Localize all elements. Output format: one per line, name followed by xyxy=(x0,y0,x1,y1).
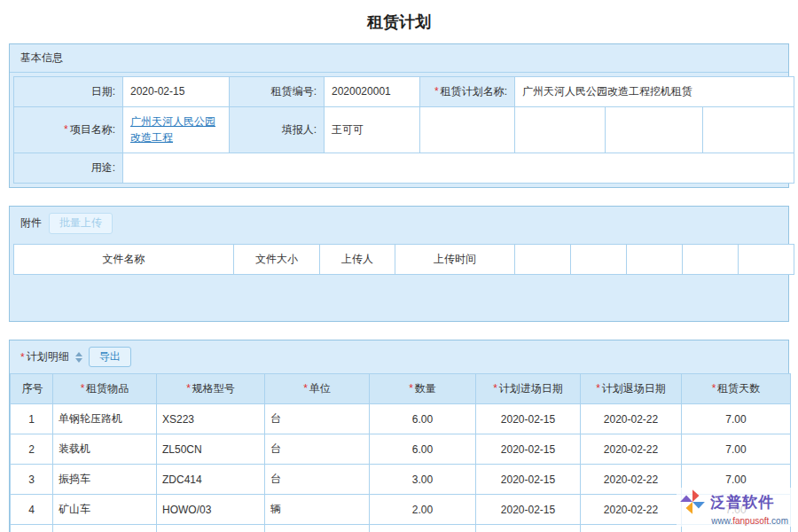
batch-upload-button[interactable]: 批量上传 xyxy=(49,213,113,234)
plan-details-body: 1 单钢轮压路机 XS223 台 6.00 2020-02-15 2020-02… xyxy=(11,404,791,532)
cell-item: 装载机 xyxy=(53,434,157,465)
basic-info-header: 基本信息 xyxy=(10,44,788,73)
cell-seq: 3 xyxy=(11,465,53,495)
attachments-section: 附件 批量上传 文件名称 文件大小 上传人 上传时间 xyxy=(9,206,789,322)
required-mark: * xyxy=(81,382,85,395)
cell-quantity: 6.00 xyxy=(370,404,476,434)
table-row[interactable]: 1 单钢轮压路机 XS223 台 6.00 2020-02-15 2020-02… xyxy=(11,404,791,434)
detail-col-model: *规格型号 xyxy=(157,374,265,404)
required-mark: * xyxy=(186,382,191,395)
required-mark: * xyxy=(20,351,25,364)
required-mark: * xyxy=(303,382,308,395)
page: 租赁计划 基本信息 日期: 2020-02-15 租赁编号: 202002000… xyxy=(0,0,798,532)
attachment-col-uploadtime: 上传时间 xyxy=(395,244,515,274)
detail-col-unit: *单位 xyxy=(265,374,370,404)
page-title: 租赁计划 xyxy=(0,0,798,43)
required-mark: * xyxy=(409,382,413,395)
plan-name-label-text: 租赁计划名称: xyxy=(441,85,507,98)
reporter-label: 填报人: xyxy=(230,107,325,153)
plan-details-section: * 计划明细 导出 序号 *租赁物品 *规格型号 *单位 *数量 *计划进场日期… xyxy=(9,340,789,532)
detail-col-quantity: *数量 xyxy=(370,374,476,404)
purpose-value xyxy=(123,153,794,184)
attachments-title: 附件 xyxy=(20,215,42,231)
cell-quantity: 3.00 xyxy=(370,465,476,495)
project-value-cell: 广州天河人民公园改造工程 xyxy=(123,107,230,153)
cell-seq: 1 xyxy=(11,404,53,434)
date-label-text: 日期: xyxy=(91,85,115,98)
project-label-text: 项目名称: xyxy=(70,123,115,136)
cell-item: 空压机 xyxy=(53,525,157,532)
empty-cell xyxy=(606,107,703,153)
attachment-col-uploader: 上传人 xyxy=(320,244,395,274)
cell-model: HOWO/03 xyxy=(157,495,265,525)
required-mark: * xyxy=(434,85,439,98)
table-row[interactable]: 5 空压机 12立方 台 3.00 2020-02-15 2020-02-22 … xyxy=(11,525,791,532)
plan-details-title: 计划明细 xyxy=(27,349,69,364)
cell-exit-date: 2020-02-22 xyxy=(581,495,682,525)
cell-seq: 2 xyxy=(11,434,53,465)
cell-item: 振捣车 xyxy=(53,465,157,495)
cell-entry-date: 2020-02-15 xyxy=(476,434,581,465)
reporter-label-text: 填报人: xyxy=(282,123,317,136)
plan-details-table: 序号 *租赁物品 *规格型号 *单位 *数量 *计划进场日期 *计划退场日期 *… xyxy=(10,373,791,532)
cell-model: 12立方 xyxy=(157,525,265,532)
required-mark: * xyxy=(712,382,716,395)
cell-model: XS223 xyxy=(157,404,265,434)
cell-entry-date: 2020-02-15 xyxy=(476,465,581,495)
attachments-header: 附件 批量上传 xyxy=(10,207,788,240)
watermark-url: www.fanpusoft.com xyxy=(679,516,788,526)
basic-info-title: 基本信息 xyxy=(20,51,63,66)
attachments-empty-area xyxy=(10,278,788,321)
cell-unit: 台 xyxy=(265,465,370,495)
cell-item: 矿山车 xyxy=(53,495,157,525)
cell-exit-date: 2020-02-22 xyxy=(581,404,682,434)
empty-cell xyxy=(515,107,606,153)
table-row[interactable]: 4 矿山车 HOWO/03 辆 2.00 2020-02-15 2020-02-… xyxy=(11,495,791,525)
attachment-col-empty xyxy=(627,244,683,274)
cell-unit: 台 xyxy=(265,434,370,465)
cell-model: ZDC414 xyxy=(157,465,265,495)
cell-item: 单钢轮压路机 xyxy=(53,404,157,434)
cell-exit-date: 2020-02-22 xyxy=(581,434,682,465)
detail-col-exit-date: *计划退场日期 xyxy=(581,374,682,404)
plan-name-label: *租赁计划名称: xyxy=(420,77,515,107)
plan-details-header-row: 序号 *租赁物品 *规格型号 *单位 *数量 *计划进场日期 *计划退场日期 *… xyxy=(11,374,791,404)
fanpu-logo-icon xyxy=(679,489,706,515)
rental-no-value: 2020020001 xyxy=(325,77,420,107)
purpose-label: 用途: xyxy=(14,153,123,184)
table-row[interactable]: 3 振捣车 ZDC414 台 3.00 2020-02-15 2020-02-2… xyxy=(11,465,791,495)
attachment-col-filesize: 文件大小 xyxy=(234,244,320,274)
empty-cell xyxy=(703,107,794,153)
attachment-col-empty xyxy=(515,244,571,274)
plan-name-value: 广州天河人民公园改造工程挖机租赁 xyxy=(515,77,794,107)
attachments-table: 文件名称 文件大小 上传人 上传时间 xyxy=(13,244,794,275)
cell-seq: 5 xyxy=(11,525,53,532)
sort-icon[interactable] xyxy=(75,352,82,363)
attachment-col-empty xyxy=(571,244,627,274)
date-value: 2020-02-15 xyxy=(123,77,230,107)
cell-model: ZL50CN xyxy=(157,434,265,465)
project-link[interactable]: 广州天河人民公园改造工程 xyxy=(130,115,215,143)
cell-quantity: 3.00 xyxy=(370,525,476,532)
date-label: 日期: xyxy=(14,77,123,107)
basic-info-row-3: 用途: xyxy=(14,153,794,184)
empty-cell xyxy=(420,107,515,153)
required-mark: * xyxy=(493,382,497,395)
cell-unit: 台 xyxy=(265,404,370,434)
cell-quantity: 2.00 xyxy=(370,495,476,525)
detail-col-item: *租赁物品 xyxy=(53,374,157,404)
basic-info-row-2: *项目名称: 广州天河人民公园改造工程 填报人: 王可可 xyxy=(14,107,794,153)
cell-days: 7.00 xyxy=(682,404,791,434)
table-row[interactable]: 2 装载机 ZL50CN 台 6.00 2020-02-15 2020-02-2… xyxy=(11,434,791,465)
cell-entry-date: 2020-02-15 xyxy=(476,495,581,525)
required-mark: * xyxy=(64,123,68,136)
cell-entry-date: 2020-02-15 xyxy=(476,525,581,532)
cell-unit: 台 xyxy=(265,525,370,532)
cell-days: 7.00 xyxy=(682,434,791,465)
cell-entry-date: 2020-02-15 xyxy=(476,404,581,434)
detail-col-seq: 序号 xyxy=(11,374,53,404)
rental-no-label: 租赁编号: xyxy=(230,77,325,107)
export-button[interactable]: 导出 xyxy=(89,347,131,368)
attachment-col-empty xyxy=(683,244,739,274)
rental-no-label-text: 租赁编号: xyxy=(271,85,317,98)
